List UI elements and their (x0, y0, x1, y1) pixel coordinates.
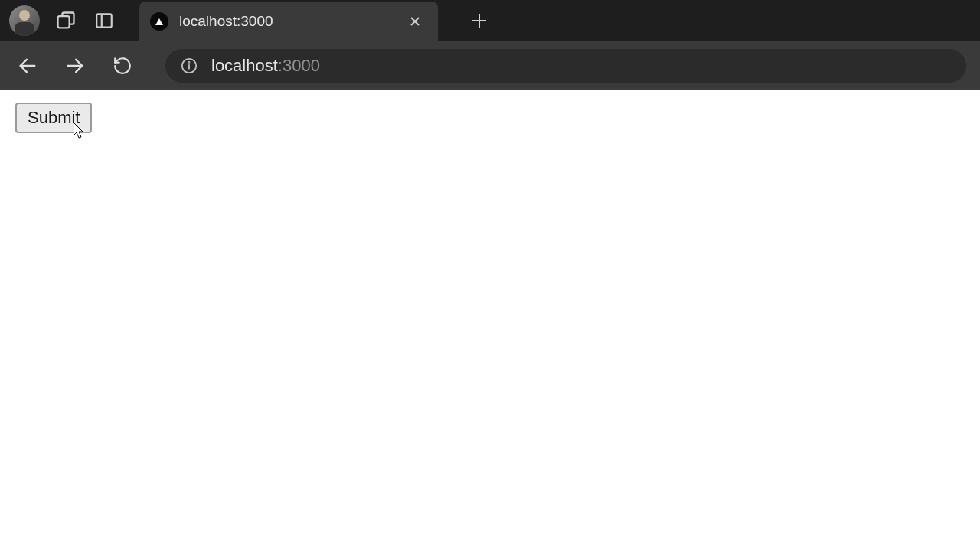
address-bar[interactable]: localhost:3000 (165, 49, 966, 83)
favicon-icon (150, 12, 168, 31)
svg-rect-1 (96, 14, 112, 27)
browser-tab[interactable]: localhost:3000 (139, 2, 438, 41)
url-text: localhost:3000 (211, 56, 320, 76)
profile-avatar[interactable] (9, 5, 40, 36)
tab-title: localhost:3000 (179, 13, 395, 30)
toolbar: localhost:3000 (0, 41, 980, 90)
new-tab-button[interactable] (467, 8, 492, 33)
back-button[interactable] (14, 52, 41, 80)
sidebar-toggle-icon[interactable] (92, 8, 116, 33)
svg-point-11 (189, 62, 190, 63)
forward-button[interactable] (61, 52, 89, 80)
svg-rect-0 (58, 16, 70, 28)
browser-chrome: localhost:3000 (0, 0, 980, 90)
workspaces-icon[interactable] (54, 8, 78, 33)
url-host: localhost (211, 56, 278, 75)
close-tab-button[interactable] (406, 12, 424, 31)
site-info-icon[interactable] (179, 56, 199, 76)
submit-button[interactable]: Submit (15, 103, 92, 133)
tab-bar: localhost:3000 (0, 0, 980, 41)
page-content: Submit (0, 90, 980, 145)
refresh-button[interactable] (109, 52, 136, 80)
url-port: :3000 (278, 56, 320, 75)
